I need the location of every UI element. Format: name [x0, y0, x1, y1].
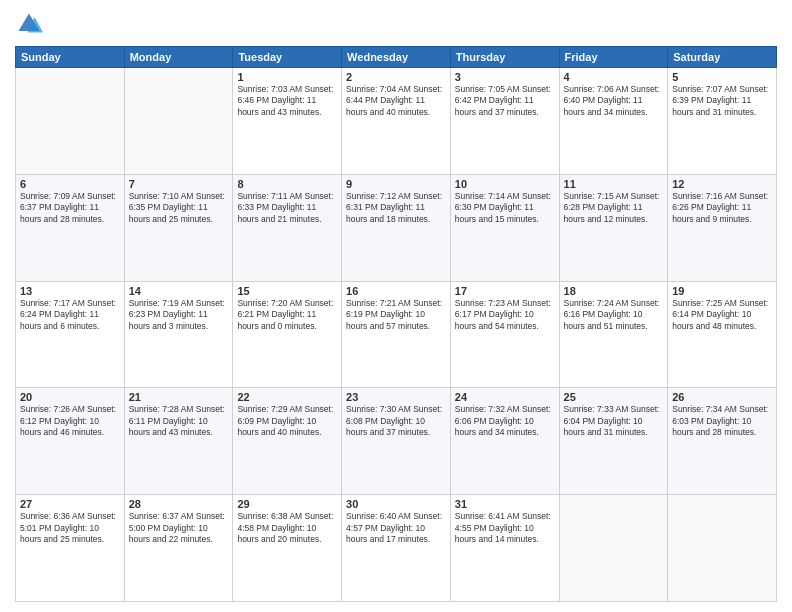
- day-number: 3: [455, 71, 555, 83]
- day-cell: 23Sunrise: 7:30 AM Sunset: 6:08 PM Dayli…: [342, 388, 451, 495]
- header-day-monday: Monday: [124, 47, 233, 68]
- header: [15, 10, 777, 38]
- day-info: Sunrise: 7:16 AM Sunset: 6:26 PM Dayligh…: [672, 191, 772, 225]
- day-cell: 12Sunrise: 7:16 AM Sunset: 6:26 PM Dayli…: [668, 174, 777, 281]
- header-day-tuesday: Tuesday: [233, 47, 342, 68]
- header-day-friday: Friday: [559, 47, 668, 68]
- day-info: Sunrise: 7:29 AM Sunset: 6:09 PM Dayligh…: [237, 404, 337, 438]
- day-cell: [668, 495, 777, 602]
- day-cell: 22Sunrise: 7:29 AM Sunset: 6:09 PM Dayli…: [233, 388, 342, 495]
- day-number: 20: [20, 391, 120, 403]
- day-info: Sunrise: 7:10 AM Sunset: 6:35 PM Dayligh…: [129, 191, 229, 225]
- day-cell: 15Sunrise: 7:20 AM Sunset: 6:21 PM Dayli…: [233, 281, 342, 388]
- day-info: Sunrise: 7:11 AM Sunset: 6:33 PM Dayligh…: [237, 191, 337, 225]
- week-row-1: 1Sunrise: 7:03 AM Sunset: 6:46 PM Daylig…: [16, 68, 777, 175]
- header-day-thursday: Thursday: [450, 47, 559, 68]
- day-number: 28: [129, 498, 229, 510]
- day-info: Sunrise: 7:04 AM Sunset: 6:44 PM Dayligh…: [346, 84, 446, 118]
- day-info: Sunrise: 7:12 AM Sunset: 6:31 PM Dayligh…: [346, 191, 446, 225]
- day-info: Sunrise: 7:05 AM Sunset: 6:42 PM Dayligh…: [455, 84, 555, 118]
- day-number: 6: [20, 178, 120, 190]
- day-number: 22: [237, 391, 337, 403]
- day-info: Sunrise: 6:38 AM Sunset: 4:58 PM Dayligh…: [237, 511, 337, 545]
- day-cell: 6Sunrise: 7:09 AM Sunset: 6:37 PM Daylig…: [16, 174, 125, 281]
- week-row-3: 13Sunrise: 7:17 AM Sunset: 6:24 PM Dayli…: [16, 281, 777, 388]
- day-number: 19: [672, 285, 772, 297]
- day-cell: 13Sunrise: 7:17 AM Sunset: 6:24 PM Dayli…: [16, 281, 125, 388]
- calendar-body: 1Sunrise: 7:03 AM Sunset: 6:46 PM Daylig…: [16, 68, 777, 602]
- day-number: 18: [564, 285, 664, 297]
- day-cell: 7Sunrise: 7:10 AM Sunset: 6:35 PM Daylig…: [124, 174, 233, 281]
- day-info: Sunrise: 7:09 AM Sunset: 6:37 PM Dayligh…: [20, 191, 120, 225]
- day-cell: 9Sunrise: 7:12 AM Sunset: 6:31 PM Daylig…: [342, 174, 451, 281]
- day-info: Sunrise: 7:20 AM Sunset: 6:21 PM Dayligh…: [237, 298, 337, 332]
- day-cell: 30Sunrise: 6:40 AM Sunset: 4:57 PM Dayli…: [342, 495, 451, 602]
- day-info: Sunrise: 6:37 AM Sunset: 5:00 PM Dayligh…: [129, 511, 229, 545]
- day-number: 5: [672, 71, 772, 83]
- day-info: Sunrise: 6:41 AM Sunset: 4:55 PM Dayligh…: [455, 511, 555, 545]
- day-cell: 1Sunrise: 7:03 AM Sunset: 6:46 PM Daylig…: [233, 68, 342, 175]
- day-number: 17: [455, 285, 555, 297]
- day-number: 13: [20, 285, 120, 297]
- day-number: 23: [346, 391, 446, 403]
- day-info: Sunrise: 6:40 AM Sunset: 4:57 PM Dayligh…: [346, 511, 446, 545]
- day-number: 29: [237, 498, 337, 510]
- header-row: SundayMondayTuesdayWednesdayThursdayFrid…: [16, 47, 777, 68]
- day-info: Sunrise: 7:15 AM Sunset: 6:28 PM Dayligh…: [564, 191, 664, 225]
- week-row-5: 27Sunrise: 6:36 AM Sunset: 5:01 PM Dayli…: [16, 495, 777, 602]
- day-number: 31: [455, 498, 555, 510]
- day-cell: 8Sunrise: 7:11 AM Sunset: 6:33 PM Daylig…: [233, 174, 342, 281]
- day-cell: 18Sunrise: 7:24 AM Sunset: 6:16 PM Dayli…: [559, 281, 668, 388]
- day-number: 1: [237, 71, 337, 83]
- day-number: 21: [129, 391, 229, 403]
- day-cell: [559, 495, 668, 602]
- day-number: 26: [672, 391, 772, 403]
- page: SundayMondayTuesdayWednesdayThursdayFrid…: [0, 0, 792, 612]
- logo-icon: [15, 10, 43, 38]
- calendar-table: SundayMondayTuesdayWednesdayThursdayFrid…: [15, 46, 777, 602]
- day-number: 8: [237, 178, 337, 190]
- day-info: Sunrise: 7:24 AM Sunset: 6:16 PM Dayligh…: [564, 298, 664, 332]
- day-cell: 26Sunrise: 7:34 AM Sunset: 6:03 PM Dayli…: [668, 388, 777, 495]
- day-number: 2: [346, 71, 446, 83]
- day-number: 9: [346, 178, 446, 190]
- day-cell: 5Sunrise: 7:07 AM Sunset: 6:39 PM Daylig…: [668, 68, 777, 175]
- day-number: 16: [346, 285, 446, 297]
- day-number: 30: [346, 498, 446, 510]
- logo: [15, 10, 47, 38]
- day-number: 7: [129, 178, 229, 190]
- header-day-sunday: Sunday: [16, 47, 125, 68]
- day-cell: 2Sunrise: 7:04 AM Sunset: 6:44 PM Daylig…: [342, 68, 451, 175]
- header-day-wednesday: Wednesday: [342, 47, 451, 68]
- day-info: Sunrise: 7:23 AM Sunset: 6:17 PM Dayligh…: [455, 298, 555, 332]
- day-number: 14: [129, 285, 229, 297]
- day-info: Sunrise: 7:17 AM Sunset: 6:24 PM Dayligh…: [20, 298, 120, 332]
- day-info: Sunrise: 7:25 AM Sunset: 6:14 PM Dayligh…: [672, 298, 772, 332]
- day-cell: [16, 68, 125, 175]
- day-number: 25: [564, 391, 664, 403]
- day-info: Sunrise: 7:30 AM Sunset: 6:08 PM Dayligh…: [346, 404, 446, 438]
- day-cell: 14Sunrise: 7:19 AM Sunset: 6:23 PM Dayli…: [124, 281, 233, 388]
- day-cell: 28Sunrise: 6:37 AM Sunset: 5:00 PM Dayli…: [124, 495, 233, 602]
- day-number: 15: [237, 285, 337, 297]
- day-cell: 11Sunrise: 7:15 AM Sunset: 6:28 PM Dayli…: [559, 174, 668, 281]
- day-cell: 31Sunrise: 6:41 AM Sunset: 4:55 PM Dayli…: [450, 495, 559, 602]
- day-number: 24: [455, 391, 555, 403]
- day-cell: 24Sunrise: 7:32 AM Sunset: 6:06 PM Dayli…: [450, 388, 559, 495]
- day-info: Sunrise: 7:03 AM Sunset: 6:46 PM Dayligh…: [237, 84, 337, 118]
- day-cell: [124, 68, 233, 175]
- day-cell: 19Sunrise: 7:25 AM Sunset: 6:14 PM Dayli…: [668, 281, 777, 388]
- day-cell: 4Sunrise: 7:06 AM Sunset: 6:40 PM Daylig…: [559, 68, 668, 175]
- day-number: 27: [20, 498, 120, 510]
- day-info: Sunrise: 7:26 AM Sunset: 6:12 PM Dayligh…: [20, 404, 120, 438]
- day-info: Sunrise: 7:33 AM Sunset: 6:04 PM Dayligh…: [564, 404, 664, 438]
- day-cell: 21Sunrise: 7:28 AM Sunset: 6:11 PM Dayli…: [124, 388, 233, 495]
- day-info: Sunrise: 6:36 AM Sunset: 5:01 PM Dayligh…: [20, 511, 120, 545]
- day-info: Sunrise: 7:28 AM Sunset: 6:11 PM Dayligh…: [129, 404, 229, 438]
- header-day-saturday: Saturday: [668, 47, 777, 68]
- day-cell: 17Sunrise: 7:23 AM Sunset: 6:17 PM Dayli…: [450, 281, 559, 388]
- day-number: 11: [564, 178, 664, 190]
- day-info: Sunrise: 7:21 AM Sunset: 6:19 PM Dayligh…: [346, 298, 446, 332]
- day-cell: 27Sunrise: 6:36 AM Sunset: 5:01 PM Dayli…: [16, 495, 125, 602]
- day-info: Sunrise: 7:32 AM Sunset: 6:06 PM Dayligh…: [455, 404, 555, 438]
